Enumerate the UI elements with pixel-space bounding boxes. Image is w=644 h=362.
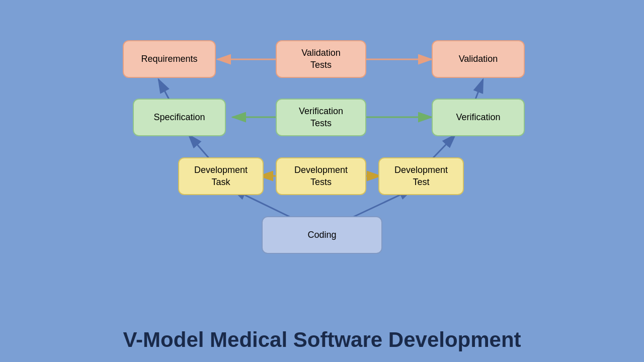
title-area: V-Model Medical Software Development bbox=[0, 328, 644, 352]
development-task-node: DevelopmentTask bbox=[178, 157, 264, 195]
requirements-node: Requirements bbox=[123, 40, 216, 78]
development-test-node: DevelopmentTest bbox=[378, 157, 464, 195]
verification-node: Verification bbox=[432, 99, 525, 136]
verification-tests-label: VerificationTests bbox=[299, 106, 343, 129]
validation-label: Validation bbox=[459, 53, 498, 65]
coding-node: Coding bbox=[262, 216, 382, 254]
specification-node: Specification bbox=[133, 99, 226, 136]
requirements-label: Requirements bbox=[141, 53, 197, 65]
verification-tests-node: VerificationTests bbox=[276, 99, 366, 136]
development-tests-label: DevelopmentTests bbox=[294, 164, 348, 188]
development-test-label: DevelopmentTest bbox=[394, 164, 448, 188]
verification-label: Verification bbox=[456, 112, 500, 123]
development-tests-node: DevelopmentTests bbox=[276, 157, 366, 195]
diagram-title: V-Model Medical Software Development bbox=[123, 328, 521, 351]
development-task-label: DevelopmentTask bbox=[194, 164, 248, 188]
specification-label: Specification bbox=[153, 112, 205, 123]
validation-tests-node: ValidationTests bbox=[276, 40, 366, 78]
validation-tests-label: ValidationTests bbox=[301, 47, 341, 71]
coding-label: Coding bbox=[307, 229, 336, 241]
validation-node: Validation bbox=[432, 40, 525, 78]
